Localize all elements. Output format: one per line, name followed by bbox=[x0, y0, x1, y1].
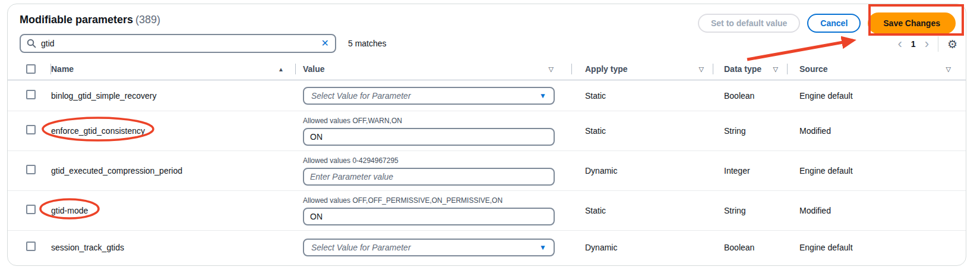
parameter-name: gtid-mode bbox=[51, 206, 88, 215]
value-input[interactable] bbox=[303, 128, 555, 146]
clear-search-icon[interactable]: ✕ bbox=[321, 39, 329, 48]
value-input[interactable] bbox=[303, 168, 555, 186]
column-header-data-type[interactable]: Data type ▽ bbox=[713, 58, 788, 80]
table-header-row: Name ▲ Value ▽ Apply type ▽ Data type ▽ … bbox=[8, 58, 966, 80]
table-row: binlog_gtid_simple_recovery Select Value… bbox=[8, 80, 966, 111]
cancel-button[interactable]: Cancel bbox=[807, 14, 861, 33]
data-type-cell: String bbox=[713, 206, 788, 215]
select-all-checkbox[interactable] bbox=[26, 64, 36, 74]
source-cell: Modified bbox=[788, 206, 956, 215]
data-type-cell: Integer bbox=[713, 166, 788, 175]
filter-icon[interactable]: ▽ bbox=[946, 65, 951, 73]
panel-title-text: Modifiable parameters bbox=[20, 14, 133, 26]
data-type-cell: Boolean bbox=[713, 243, 788, 252]
allowed-values-caption: Allowed values OFF,OFF_PERMISSIVE,ON_PER… bbox=[303, 196, 572, 205]
page-title: Modifiable parameters(389) bbox=[20, 14, 160, 26]
column-header-name[interactable]: Name ▲ bbox=[51, 58, 296, 80]
header-actions: Set to default value Cancel Save Changes bbox=[698, 10, 956, 36]
prev-page-icon[interactable]: ‹ bbox=[898, 37, 902, 51]
parameter-name: session_track_gtids bbox=[51, 243, 124, 252]
table-row: gtid-mode Allowed values OFF,OFF_PERMISS… bbox=[8, 191, 966, 231]
allowed-values-caption: Allowed values 0-4294967295 bbox=[303, 156, 572, 165]
next-page-icon[interactable]: › bbox=[925, 37, 929, 51]
settings-gear-button[interactable]: ⚙ bbox=[947, 39, 957, 50]
parameter-name: gtid_executed_compression_period bbox=[51, 166, 182, 175]
select-caret-icon: ▼ bbox=[539, 92, 546, 100]
set-to-default-button[interactable]: Set to default value bbox=[698, 14, 800, 33]
sort-ascending-icon[interactable]: ▲ bbox=[278, 66, 284, 73]
match-count-text: 5 matches bbox=[348, 39, 387, 48]
value-input[interactable] bbox=[303, 208, 555, 225]
row-checkbox[interactable] bbox=[26, 90, 36, 99]
column-header-value[interactable]: Value ▽ bbox=[296, 58, 572, 80]
table-row: session_track_gtids Select Value for Par… bbox=[8, 231, 966, 264]
apply-type-cell: Static bbox=[572, 91, 713, 101]
data-type-cell: String bbox=[713, 126, 788, 136]
page-number[interactable]: 1 bbox=[911, 39, 916, 49]
table-row: gtid_executed_compression_period Allowed… bbox=[8, 151, 966, 191]
modifiable-parameters-panel: Modifiable parameters(389) Set to defaul… bbox=[7, 4, 966, 266]
select-caret-icon: ▼ bbox=[539, 243, 546, 252]
filter-icon[interactable]: ▽ bbox=[773, 65, 778, 73]
table-row: enforce_gtid_consistency Allowed values … bbox=[8, 111, 966, 151]
column-header-source[interactable]: Source ▽ bbox=[788, 58, 956, 80]
filter-icon[interactable]: ▽ bbox=[549, 65, 554, 73]
row-checkbox[interactable] bbox=[26, 242, 36, 251]
apply-type-cell: Dynamic bbox=[572, 243, 713, 252]
allowed-values-caption: Allowed values OFF,WARN,ON bbox=[303, 117, 572, 125]
parameters-table: Name ▲ Value ▽ Apply type ▽ Data type ▽ … bbox=[8, 58, 966, 264]
row-checkbox[interactable] bbox=[26, 165, 36, 174]
apply-type-cell: Static bbox=[572, 126, 713, 136]
search-input[interactable] bbox=[41, 39, 317, 48]
apply-type-cell: Static bbox=[572, 206, 713, 215]
parameter-name: enforce_gtid_consistency bbox=[51, 126, 145, 136]
parameter-name: binlog_gtid_simple_recovery bbox=[51, 91, 156, 101]
gear-icon: ⚙ bbox=[947, 38, 957, 51]
filter-icon[interactable]: ▽ bbox=[699, 65, 704, 73]
pagination: ‹ 1 › ⚙ bbox=[898, 35, 958, 53]
header-select-all bbox=[20, 58, 51, 80]
save-changes-button[interactable]: Save Changes bbox=[868, 12, 956, 34]
row-checkbox[interactable] bbox=[26, 125, 36, 134]
column-header-apply-type[interactable]: Apply type ▽ bbox=[572, 58, 713, 80]
source-cell: Engine default bbox=[788, 91, 956, 101]
source-cell: Modified bbox=[788, 126, 956, 136]
parameter-count: (389) bbox=[135, 14, 160, 26]
screenshot-viewport: Modifiable parameters(389) Set to defaul… bbox=[0, 0, 980, 279]
pager-divider bbox=[938, 36, 938, 52]
source-cell: Engine default bbox=[788, 166, 956, 175]
value-select[interactable]: Select Value for Parameter ▼ bbox=[303, 239, 555, 256]
data-type-cell: Boolean bbox=[713, 91, 788, 101]
value-select[interactable]: Select Value for Parameter ▼ bbox=[303, 87, 555, 105]
source-cell: Engine default bbox=[788, 243, 956, 252]
row-checkbox[interactable] bbox=[26, 205, 36, 214]
search-icon bbox=[27, 39, 36, 48]
parameter-search-box[interactable]: ✕ bbox=[20, 34, 336, 53]
apply-type-cell: Dynamic bbox=[572, 166, 713, 175]
